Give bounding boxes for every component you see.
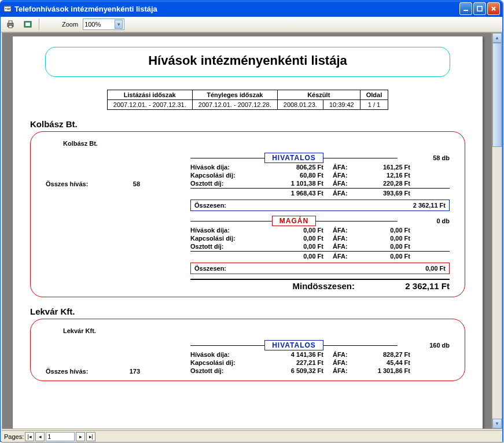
grand-total-row: Mindösszesen:2 362,11 Ft <box>190 280 450 291</box>
pager-footer: Pages: |◂ ◂ ▸ ▸| <box>2 430 502 442</box>
company-subname: Lekvár Kft. <box>63 327 450 334</box>
first-page-button[interactable]: |◂ <box>25 432 34 441</box>
report-title: Hívások intézményenkénti listája <box>46 53 450 68</box>
svg-rect-11 <box>9 25 12 28</box>
official-total: Összesen:2 362,11 Ft <box>190 200 450 211</box>
svg-rect-3 <box>7 8 10 9</box>
official-count: 58 <box>433 154 440 161</box>
last-page-button[interactable]: ▸| <box>86 432 95 441</box>
prev-page-button[interactable]: ◂ <box>35 432 45 441</box>
info-cell: 2007.12.01. - 2007.12.28. <box>192 100 277 110</box>
zoom-select[interactable]: 100% ▼ <box>83 19 124 30</box>
report-viewer: Hívások intézményenkénti listája Listázá… <box>2 32 502 429</box>
company-subname: Kolbász Bt. <box>63 140 450 147</box>
maximize-button[interactable] <box>473 2 486 15</box>
scroll-down-button[interactable]: ▼ <box>492 419 502 429</box>
svg-rect-5 <box>463 10 468 11</box>
summary-left: Összes hívás: 58 <box>46 152 190 291</box>
total-calls-value: 173 <box>111 368 140 375</box>
scroll-thumb[interactable] <box>492 43 502 147</box>
zoom-label: Zoom <box>62 21 78 28</box>
info-cell: 2007.12.01. - 2007.12.31. <box>107 100 192 110</box>
dropdown-arrow-icon: ▼ <box>115 20 123 29</box>
company-box: Kolbász Bt. Összes hívás: 58 HIVATALOS 5… <box>30 131 465 297</box>
svg-rect-6 <box>477 6 482 11</box>
private-total: Összesen:0,00 Ft <box>190 263 450 274</box>
detail-block: HIVATALOS 160 db Hívások díja:4 141,36 F… <box>190 339 450 375</box>
svg-rect-10 <box>9 21 12 23</box>
app-icon <box>3 4 12 13</box>
vertical-scrollbar[interactable]: ▲ ▼ <box>492 33 502 429</box>
category-badge-official: HIVATALOS <box>264 340 323 350</box>
scroll-up-button[interactable]: ▲ <box>492 33 502 43</box>
summary-left: Összes hívás: 173 <box>46 339 190 375</box>
company-name: Lekvár Kft. <box>30 307 465 316</box>
svg-rect-1 <box>4 6 11 7</box>
category-badge-private: MAGÁN <box>272 216 316 226</box>
company-name: Kolbász Bt. <box>30 119 465 129</box>
info-table: Listázási időszak Tényleges időszak Kész… <box>107 90 388 110</box>
next-page-button[interactable]: ▸ <box>76 432 85 441</box>
zoom-value: 100% <box>84 21 101 28</box>
info-cell: 1 / 1 <box>360 100 388 110</box>
private-count: 0 <box>436 217 440 224</box>
category-badge-official: HIVATALOS <box>264 153 323 163</box>
info-header: Oldal <box>360 90 388 100</box>
company-box: Lekvár Kft. Összes hívás: 173 HIVATALOS … <box>30 319 465 381</box>
info-cell: 10:39:42 <box>323 100 360 110</box>
info-header: Készült <box>277 90 360 100</box>
official-count: 160 <box>429 342 440 349</box>
detail-block: HIVATALOS 58 db Hívások díja:806,25 FtÁF… <box>190 152 450 291</box>
svg-rect-13 <box>25 23 30 26</box>
close-button[interactable] <box>487 2 500 15</box>
toolbar: Zoom 100% ▼ <box>1 17 502 32</box>
report-title-box: Hívások intézményenkénti listája <box>45 47 450 77</box>
page-input[interactable] <box>46 432 75 441</box>
svg-point-2 <box>5 8 6 9</box>
total-calls-value: 58 <box>111 180 140 187</box>
toolbar-separator <box>39 19 40 30</box>
info-header: Listázási időszak <box>107 90 192 100</box>
svg-rect-4 <box>7 9 10 10</box>
info-cell: 2008.01.23. <box>277 100 323 110</box>
export-button[interactable] <box>21 18 34 31</box>
titlebar: Telefonhívások intézményenkénti listája <box>1 1 502 17</box>
pages-label: Pages: <box>4 433 24 440</box>
minimize-button[interactable] <box>459 2 472 15</box>
print-button[interactable] <box>4 18 17 31</box>
total-calls-label: Összes hívás: <box>46 180 109 187</box>
total-calls-label: Összes hívás: <box>46 368 109 375</box>
report-page: Hívások intézményenkénti listája Listázá… <box>13 36 483 429</box>
info-header: Tényleges időszak <box>192 90 277 100</box>
window-title: Telefonhívások intézményenkénti listája <box>14 5 459 13</box>
